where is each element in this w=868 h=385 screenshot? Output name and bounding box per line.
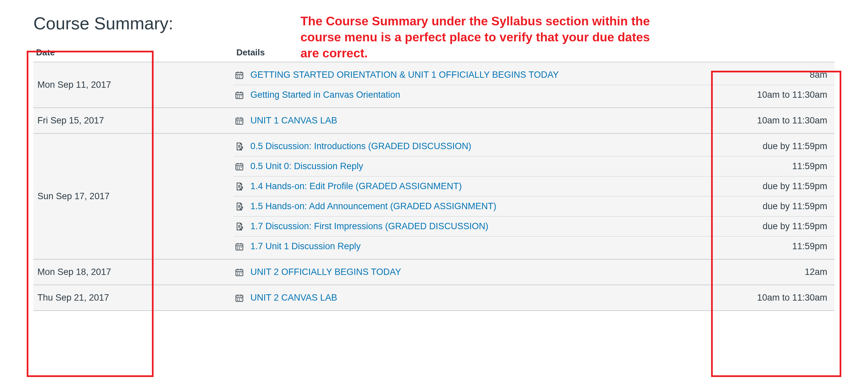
due-time: due by 11:59pm	[718, 141, 832, 152]
due-time: due by 11:59pm	[718, 201, 832, 212]
svg-rect-25	[237, 123, 238, 123]
list-item: UNIT 1 CANVAS LAB10am to 11:30am	[234, 111, 835, 130]
list-item: 1.4 Hands-on: Edit Profile (GRADED ASSIG…	[234, 177, 835, 196]
svg-rect-7	[237, 77, 238, 78]
due-time: 8am	[718, 70, 832, 80]
due-time: 11:59pm	[718, 241, 832, 252]
svg-rect-54	[241, 247, 242, 248]
svg-rect-52	[237, 247, 238, 248]
assignment-icon	[234, 202, 245, 211]
list-item: 0.5 Unit 0: Discussion Reply11:59pm	[234, 157, 835, 177]
annotation-callout: The Course Summary under the Syllabus se…	[301, 13, 651, 61]
svg-rect-61	[237, 272, 238, 273]
details-cell: GETTING STARTED ORIENTATION & UNIT 1 OFF…	[234, 62, 835, 108]
due-time: 12am	[718, 267, 832, 277]
item-link[interactable]: 1.7 Discussion: First Impressions (GRADE…	[250, 221, 488, 231]
item-link[interactable]: 0.5 Discussion: Introductions (GRADED DI…	[250, 141, 471, 151]
due-time: 11:59pm	[718, 161, 832, 171]
svg-rect-8	[239, 77, 240, 78]
calendar-icon	[234, 70, 245, 80]
table-row: Mon Sep 18, 2017UNIT 2 OFFICIALLY BEGINS…	[33, 259, 835, 285]
due-time: due by 11:59pm	[718, 181, 832, 192]
due-time: 10am to 11:30am	[718, 90, 832, 100]
svg-rect-65	[239, 274, 240, 275]
svg-rect-35	[239, 166, 240, 167]
svg-rect-72	[241, 298, 242, 299]
item-link[interactable]: Getting Started in Canvas Orientation	[250, 90, 400, 100]
date-cell: Mon Sep 11, 2017	[33, 62, 234, 108]
assignment-icon	[234, 142, 245, 151]
calendar-icon	[234, 162, 245, 171]
item-link[interactable]: UNIT 2 OFFICIALLY BEGINS TODAY	[250, 267, 401, 277]
svg-rect-55	[237, 248, 238, 249]
details-cell: UNIT 2 CANVAS LAB10am to 11:30am	[234, 285, 835, 311]
svg-rect-34	[237, 166, 238, 167]
item-link[interactable]: 1.4 Hands-on: Edit Profile (GRADED ASSIG…	[250, 181, 462, 191]
due-time: 10am to 11:30am	[718, 116, 832, 126]
assignment-icon	[234, 222, 245, 231]
svg-rect-62	[239, 272, 240, 273]
svg-rect-15	[241, 95, 242, 96]
svg-rect-71	[239, 298, 240, 299]
svg-rect-24	[241, 121, 242, 122]
assignment-icon	[234, 182, 245, 191]
due-time: 10am to 11:30am	[718, 293, 832, 303]
details-cell: UNIT 2 OFFICIALLY BEGINS TODAY12am	[234, 259, 835, 285]
svg-rect-22	[237, 121, 238, 122]
svg-rect-14	[239, 95, 240, 96]
svg-rect-23	[239, 121, 240, 122]
svg-rect-74	[239, 299, 240, 300]
calendar-icon	[234, 242, 245, 251]
calendar-icon	[234, 116, 245, 125]
date-cell: Sun Sep 17, 2017	[33, 133, 234, 259]
svg-rect-64	[237, 274, 238, 275]
calendar-icon	[234, 267, 245, 277]
due-time: due by 11:59pm	[718, 221, 832, 231]
svg-rect-37	[237, 168, 238, 169]
svg-rect-16	[237, 97, 238, 98]
svg-rect-38	[239, 168, 240, 169]
list-item: GETTING STARTED ORIENTATION & UNIT 1 OFF…	[234, 65, 835, 85]
svg-rect-13	[237, 95, 238, 96]
table-row: Thu Sep 21, 2017UNIT 2 CANVAS LAB10am to…	[33, 285, 835, 311]
svg-rect-26	[239, 123, 240, 123]
table-row: Sun Sep 17, 20170.5 Discussion: Introduc…	[33, 133, 835, 259]
date-cell: Mon Sep 18, 2017	[33, 259, 234, 285]
list-item: 0.5 Discussion: Introductions (GRADED DI…	[234, 136, 835, 157]
item-link[interactable]: GETTING STARTED ORIENTATION & UNIT 1 OFF…	[250, 70, 559, 80]
list-item: Getting Started in Canvas Orientation10a…	[234, 85, 835, 105]
list-item: 1.5 Hands-on: Add Announcement (GRADED A…	[234, 196, 835, 217]
svg-rect-70	[237, 298, 238, 299]
date-cell: Thu Sep 21, 2017	[33, 285, 234, 311]
table-row: Fri Sep 15, 2017UNIT 1 CANVAS LAB10am to…	[33, 108, 835, 133]
list-item: UNIT 2 CANVAS LAB10am to 11:30am	[234, 288, 835, 308]
svg-rect-73	[237, 299, 238, 300]
details-cell: 0.5 Discussion: Introductions (GRADED DI…	[234, 133, 835, 259]
item-link[interactable]: UNIT 1 CANVAS LAB	[250, 116, 337, 125]
svg-rect-53	[239, 247, 240, 248]
svg-rect-5	[239, 75, 240, 76]
list-item: 1.7 Discussion: First Impressions (GRADE…	[234, 217, 835, 236]
item-link[interactable]: UNIT 2 CANVAS LAB	[250, 293, 337, 302]
list-item: 1.7 Unit 1 Discussion Reply11:59pm	[234, 236, 835, 256]
list-item: UNIT 2 OFFICIALLY BEGINS TODAY12am	[234, 262, 835, 282]
svg-rect-17	[239, 97, 240, 98]
svg-rect-63	[241, 272, 242, 273]
calendar-icon	[234, 293, 245, 302]
item-link[interactable]: 1.5 Hands-on: Add Announcement (GRADED A…	[250, 201, 496, 211]
svg-rect-36	[241, 166, 242, 167]
svg-rect-4	[237, 75, 238, 76]
svg-rect-56	[239, 248, 240, 249]
item-link[interactable]: 0.5 Unit 0: Discussion Reply	[250, 161, 363, 171]
course-summary-table: Date Details Mon Sep 11, 2017GETTING STA…	[33, 43, 835, 311]
date-cell: Fri Sep 15, 2017	[33, 108, 234, 133]
column-header-date: Date	[33, 43, 234, 62]
details-cell: UNIT 1 CANVAS LAB10am to 11:30am	[234, 108, 835, 133]
calendar-icon	[234, 90, 245, 100]
svg-rect-6	[241, 75, 242, 76]
table-row: Mon Sep 11, 2017GETTING STARTED ORIENTAT…	[33, 62, 835, 108]
item-link[interactable]: 1.7 Unit 1 Discussion Reply	[250, 241, 361, 251]
